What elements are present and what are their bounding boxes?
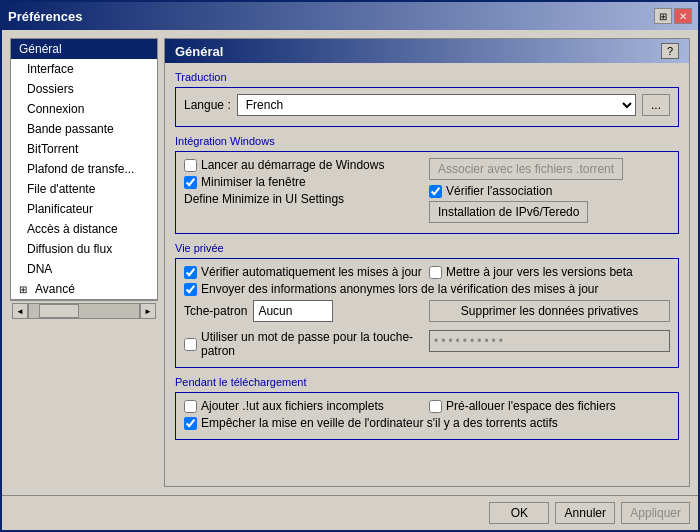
checkbox-pre-allouer-input[interactable]	[429, 400, 442, 413]
traduction-group: Langue : French ...	[175, 87, 679, 127]
annuler-button[interactable]: Annuler	[555, 502, 615, 524]
checkbox-verifier-mises: Vérifier automatiquement les mises à jou…	[184, 265, 425, 279]
checkbox-empecher-label: Empêcher la mise en veille de l'ordinate…	[201, 416, 558, 430]
langue-label: Langue :	[184, 98, 231, 112]
integration-grid: Lancer au démarrage de Windows Minimiser…	[184, 158, 670, 227]
scroll-thumb[interactable]	[39, 304, 79, 318]
sidebar-item-connexion[interactable]: Connexion	[11, 99, 157, 119]
supprimer-btn[interactable]: Supprimer les données privatives	[429, 300, 670, 322]
section-title: Général	[175, 44, 223, 59]
dots-input	[429, 330, 670, 352]
checkbox-minimiser: Minimiser la fenêtre	[184, 175, 425, 189]
sidebar-item-interface[interactable]: Interface	[11, 59, 157, 79]
appliquer-button[interactable]: Appliquer	[621, 502, 690, 524]
checkbox-empecher: Empêcher la mise en veille de l'ordinate…	[184, 416, 670, 430]
tche-input-row: Tche-patron	[184, 300, 425, 322]
define-label: Define Minimize in UI Settings	[184, 192, 344, 206]
sidebar-item-bande-passante[interactable]: Bande passante	[11, 119, 157, 139]
define-row: Define Minimize in UI Settings	[184, 192, 425, 206]
sidebar-item-label: Diffusion du flux	[27, 242, 112, 256]
vie-privee-group: Vérifier automatiquement les mises à jou…	[175, 258, 679, 368]
sidebar-item-label: Interface	[27, 62, 74, 76]
sidebar-item-bittorrent[interactable]: BitTorrent	[11, 139, 157, 159]
close-button[interactable]: ✕	[674, 8, 692, 24]
sidebar-item-label: Accès à distance	[27, 222, 118, 236]
window-title: Préférences	[8, 9, 82, 24]
sidebar-item-label: Planificateur	[27, 202, 93, 216]
pendant-top: Ajouter .!ut aux fichiers incomplets Pré…	[184, 399, 670, 416]
sidebar-footer: ◄ ►	[10, 300, 158, 321]
sidebar-item-label: File d'attente	[27, 182, 95, 196]
checkbox-lancer-label: Lancer au démarrage de Windows	[201, 158, 384, 172]
checkbox-mot-de-passe-input[interactable]	[184, 338, 197, 351]
langue-select[interactable]: French	[237, 94, 636, 116]
sidebar-item-label: Dossiers	[27, 82, 74, 96]
ok-button[interactable]: OK	[489, 502, 549, 524]
checkbox-verifier-input[interactable]	[429, 185, 442, 198]
tche-label: Tche-patron	[184, 304, 247, 318]
title-controls: ⊞ ✕	[654, 8, 692, 24]
sidebar-item-file-attente[interactable]: File d'attente	[11, 179, 157, 199]
checkbox-verifier-mises-input[interactable]	[184, 266, 197, 279]
sidebar-item-dossiers[interactable]: Dossiers	[11, 79, 157, 99]
checkbox-ajouter-label: Ajouter .!ut aux fichiers incomplets	[201, 399, 384, 413]
checkbox-verifier-mises-label: Vérifier automatiquement les mises à jou…	[201, 265, 422, 279]
sidebar-item-acces-distance[interactable]: Accès à distance	[11, 219, 157, 239]
checkbox-envoyer-input[interactable]	[184, 283, 197, 296]
checkbox-pre-allouer-label: Pré-allouer l'espace des fichiers	[446, 399, 616, 413]
vie-privee-top: Vérifier automatiquement les mises à jou…	[184, 265, 670, 282]
checkbox-envoyer-label: Envoyer des informations anonymes lors d…	[201, 282, 599, 296]
mot-de-passe-row: Utiliser un mot de passe pour la touche-…	[184, 330, 670, 361]
checkbox-minimiser-input[interactable]	[184, 176, 197, 189]
installation-row: Installation de IPv6/Teredo	[429, 201, 670, 223]
checkbox-ajouter: Ajouter .!ut aux fichiers incomplets	[184, 399, 425, 413]
scroll-right-btn[interactable]: ►	[140, 303, 156, 319]
sidebar-item-label: DNA	[27, 262, 52, 276]
integration-left: Lancer au démarrage de Windows Minimiser…	[184, 158, 425, 227]
langue-browse-btn[interactable]: ...	[642, 94, 670, 116]
footer-bar: OK Annuler Appliquer	[2, 495, 698, 530]
sidebar-item-diffusion[interactable]: Diffusion du flux	[11, 239, 157, 259]
integration-label: Intégration Windows	[175, 135, 679, 147]
main-panel: Général ? Traduction Langue : French ...	[164, 38, 690, 487]
sidebar-item-label: Connexion	[27, 102, 84, 116]
langue-row: Langue : French ...	[184, 94, 670, 116]
checkbox-mot-de-passe: Utiliser un mot de passe pour la touche-…	[184, 330, 425, 358]
checkbox-verifier: Vérifier l'association	[429, 184, 670, 198]
sidebar-item-general[interactable]: Général	[11, 39, 157, 59]
content-area: Traduction Langue : French ... Intégrati…	[165, 63, 689, 486]
sidebar-item-label: Avancé	[35, 282, 75, 296]
help-button[interactable]: ?	[661, 43, 679, 59]
installation-btn[interactable]: Installation de IPv6/Teredo	[429, 201, 588, 223]
window-body: GénéralInterfaceDossiersConnexionBande p…	[2, 30, 698, 495]
sidebar-item-planificateur[interactable]: Planificateur	[11, 199, 157, 219]
expand-icon: ⊞	[19, 284, 31, 295]
checkbox-empecher-input[interactable]	[184, 417, 197, 430]
checkbox-minimiser-label: Minimiser la fenêtre	[201, 175, 306, 189]
maximize-button[interactable]: ⊞	[654, 8, 672, 24]
checkbox-beta-label: Mettre à jour vers les versions beta	[446, 265, 633, 279]
preferences-window: Préférences ⊞ ✕ GénéralInterfaceDossiers…	[0, 0, 700, 532]
checkbox-pre-allouer: Pré-allouer l'espace des fichiers	[429, 399, 670, 413]
sidebar-item-dna[interactable]: DNA	[11, 259, 157, 279]
integration-right: Associer avec les fichiers .torrent Véri…	[429, 158, 670, 227]
associer-btn[interactable]: Associer avec les fichiers .torrent	[429, 158, 623, 180]
integration-group: Lancer au démarrage de Windows Minimiser…	[175, 151, 679, 234]
associer-row: Associer avec les fichiers .torrent	[429, 158, 670, 180]
traduction-label: Traduction	[175, 71, 679, 83]
sidebar-item-label: Général	[19, 42, 62, 56]
checkbox-lancer: Lancer au démarrage de Windows	[184, 158, 425, 172]
sidebar: GénéralInterfaceDossiersConnexionBande p…	[10, 38, 158, 300]
sidebar-item-plafond[interactable]: Plafond de transfe...	[11, 159, 157, 179]
pendant-group: Ajouter .!ut aux fichiers incomplets Pré…	[175, 392, 679, 440]
tche-row: Tche-patron Supprimer les données privat…	[184, 300, 670, 326]
scroll-left-btn[interactable]: ◄	[12, 303, 28, 319]
checkbox-lancer-input[interactable]	[184, 159, 197, 172]
tche-input[interactable]	[253, 300, 333, 322]
sidebar-item-avance[interactable]: ⊞Avancé	[11, 279, 157, 299]
sidebar-container: GénéralInterfaceDossiersConnexionBande p…	[10, 38, 158, 487]
checkbox-beta-input[interactable]	[429, 266, 442, 279]
sidebar-item-label: BitTorrent	[27, 142, 78, 156]
checkbox-verifier-label: Vérifier l'association	[446, 184, 552, 198]
checkbox-ajouter-input[interactable]	[184, 400, 197, 413]
